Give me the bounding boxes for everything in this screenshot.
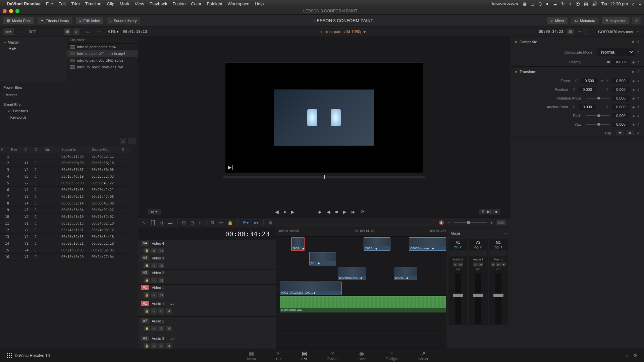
edit-index-cell[interactable]: C: [34, 187, 44, 193]
keyframe-icon[interactable]: ◆: [632, 88, 635, 92]
thumbnail-view-icon[interactable]: ⊞: [64, 28, 71, 35]
edit-index-cell[interactable]: 03:15:46:19: [60, 173, 91, 180]
edit-index-cell[interactable]: [10, 207, 23, 214]
wifi-icon[interactable]: ⦿: [576, 1, 580, 6]
anchor-x-value[interactable]: 0.000: [579, 104, 596, 110]
bin-ref[interactable]: REF: [2, 45, 65, 51]
reset-icon[interactable]: ↺: [636, 69, 639, 74]
edit-index-cell[interactable]: C: [34, 247, 44, 254]
menu-view[interactable]: View: [135, 1, 144, 6]
tray-icon[interactable]: ▦: [523, 1, 527, 6]
smart-bins-header[interactable]: Smart Bins: [3, 101, 135, 108]
reset-icon[interactable]: ↺: [637, 97, 639, 100]
edit-index-col-header[interactable]: Dur: [44, 146, 60, 153]
edit-index-cell[interactable]: C: [34, 207, 44, 214]
composite-section-header[interactable]: Composite ◆↺: [510, 37, 644, 47]
edit-index-cell[interactable]: 00:19:51:02: [91, 214, 121, 220]
edit-index-cell[interactable]: [44, 254, 60, 260]
lock-track-icon[interactable]: 🔒: [144, 292, 150, 298]
power-bin-master[interactable]: › Master: [3, 91, 135, 97]
disable-track-icon[interactable]: ◻: [158, 278, 164, 283]
mixer-options-icon[interactable]: ⋯: [504, 232, 508, 236]
play-icon[interactable]: ▶: [343, 209, 346, 215]
keyframe-icon[interactable]: ◆: [632, 105, 635, 109]
flag-icon[interactable]: ⚑▾: [243, 220, 249, 225]
clock-text[interactable]: Tue 12:30 pm: [601, 1, 628, 6]
page-cut[interactable]: ✂Cut: [276, 350, 281, 361]
page-edit[interactable]: ▤Edit: [302, 350, 307, 361]
flip-v-button[interactable]: ⇵: [626, 130, 634, 135]
track-badge[interactable]: V3: [141, 255, 149, 260]
rotation-value[interactable]: 0.000: [612, 96, 630, 101]
reset-icon[interactable]: ↺: [637, 131, 639, 135]
edit-index-col-header[interactable]: N: [121, 146, 131, 153]
edit-index-cell[interactable]: C: [34, 167, 44, 173]
edit-index-cell[interactable]: V2: [23, 227, 34, 234]
shield-icon[interactable]: ⬡: [538, 1, 542, 6]
solo-button[interactable]: S: [473, 262, 478, 266]
edit-index-cell[interactable]: 00:20:37:03: [60, 187, 91, 193]
menu-timeline[interactable]: Timeline: [85, 1, 102, 6]
track-row-v4[interactable]: GOP...◆C008...◆C0008.mov.m...◆C0008.MP4_…: [276, 237, 446, 251]
timeline-clip[interactable]: I28A0...◆: [394, 267, 417, 280]
edit-index-cell[interactable]: 00:00:41:22: [91, 180, 121, 187]
edit-index-col-header[interactable]: Source In: [60, 146, 91, 153]
keyframe-icon[interactable]: ◆: [632, 40, 634, 44]
edit-index-cell[interactable]: 00:00:41:08: [91, 200, 121, 207]
reset-icon[interactable]: ↺: [637, 105, 639, 109]
edit-index-cell[interactable]: 00:04:01:22: [91, 207, 121, 214]
edit-index-cell[interactable]: C: [34, 193, 44, 200]
edit-index-cell[interactable]: [10, 240, 23, 247]
mixer-channel[interactable]: A2 EQ ⬍ Audio 2 SM 0.0: [469, 239, 487, 325]
mute-button[interactable]: M: [478, 262, 483, 266]
edit-index-cell[interactable]: [121, 193, 131, 200]
edit-index-cell[interactable]: [10, 193, 23, 200]
auto-select-icon[interactable]: ▭: [151, 343, 157, 349]
timeline-clip[interactable]: C0008.mov.m...◆: [409, 237, 446, 251]
edit-index-cell[interactable]: [44, 167, 60, 173]
record-icon[interactable]: ●: [546, 1, 549, 6]
inspector-options-icon[interactable]: ⋯: [637, 29, 641, 34]
keyframe-icon[interactable]: ◆: [632, 60, 635, 64]
mixer-button[interactable]: ⎚Mixer: [547, 17, 568, 24]
next-edit-icon[interactable]: ▶: [291, 209, 294, 215]
edit-index-button[interactable]: ≡Edit Index: [76, 17, 103, 24]
edit-index-cell[interactable]: A1: [23, 160, 34, 167]
metadata-button[interactable]: 🏷Metadata: [571, 17, 599, 24]
edit-index-cell[interactable]: [121, 200, 131, 207]
track-badge[interactable]: V4: [141, 241, 149, 246]
auto-select-icon[interactable]: ▭: [151, 308, 157, 314]
menu-color[interactable]: Color: [191, 1, 201, 6]
edit-index-cell[interactable]: 03:13:40:20: [60, 254, 91, 260]
channel-fader[interactable]: [475, 274, 481, 324]
edit-index-cell[interactable]: 3: [0, 167, 10, 173]
track-header-v4[interactable]: V4 Video 4 🔒 ▭ ◻: [138, 240, 276, 255]
edit-index-cell[interactable]: C: [34, 254, 44, 260]
effects-library-button[interactable]: ✦Effects Library: [37, 17, 72, 24]
clip-row[interactable]: intro to paint notes.mp4: [67, 44, 138, 50]
edit-index-cell[interactable]: 10: [0, 214, 10, 220]
nav-back-icon[interactable]: ‹: [18, 30, 19, 34]
track-row-v2[interactable]: I28A0015.mo...◆I28A0...◆I28...◆I2...◆: [276, 266, 446, 281]
eq-label[interactable]: EQ ⬍: [494, 246, 502, 249]
transform-mode-button[interactable]: ▭ ▾: [148, 209, 161, 215]
menu-edit[interactable]: Edit: [58, 1, 66, 6]
maximize-window-button[interactable]: [15, 9, 19, 13]
dim-icon[interactable]: DIM: [496, 220, 506, 225]
yaw-slider[interactable]: [586, 124, 609, 125]
edit-index-cell[interactable]: [10, 173, 23, 180]
track-header-a1[interactable]: A1 Audio 1 1.0 🔒 ▭ SM: [138, 299, 276, 317]
edit-index-cell[interactable]: [121, 240, 131, 247]
edit-index-cell[interactable]: [10, 220, 23, 227]
page-media[interactable]: ▦Media: [247, 350, 256, 361]
edit-index-cell[interactable]: [23, 153, 34, 160]
auto-select-icon[interactable]: ▭: [151, 326, 157, 331]
track-row-a1[interactable]: audio-track.wav: [276, 296, 446, 313]
sound-library-button[interactable]: ♪Sound Library: [107, 17, 140, 24]
edit-index-cell[interactable]: [121, 207, 131, 214]
channel-fader[interactable]: [455, 274, 461, 324]
zoom-in-icon[interactable]: +: [490, 220, 493, 225]
bin-layout-icon[interactable]: ▭▾: [3, 28, 14, 35]
edit-index-cell[interactable]: [121, 160, 131, 167]
link-icon[interactable]: ⚯: [219, 220, 223, 225]
